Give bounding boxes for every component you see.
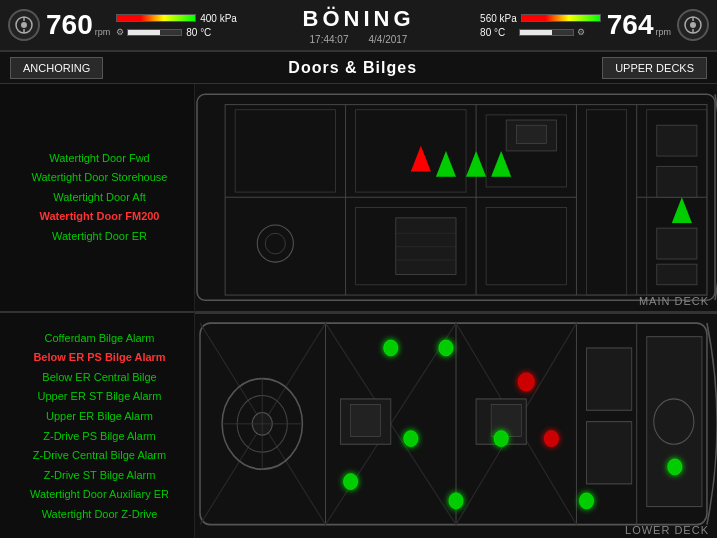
upper-decks-button[interactable]: UPPER DECKS bbox=[602, 57, 707, 79]
left-gauge-block: 400 kPa ⚙ 80 °C bbox=[116, 13, 237, 38]
svg-rect-38 bbox=[657, 264, 697, 285]
main-deck-section: MAIN DECK bbox=[195, 84, 717, 314]
svg-marker-29 bbox=[411, 146, 431, 172]
svg-point-67 bbox=[439, 340, 453, 356]
svg-point-66 bbox=[344, 473, 358, 489]
page-title: Doors & Bilges bbox=[288, 59, 417, 77]
svg-point-7 bbox=[690, 22, 696, 28]
left-rpm-value: 760 bbox=[46, 11, 93, 39]
svg-marker-31 bbox=[466, 151, 486, 177]
bilge-item-9: Watertight Door Z-Drive bbox=[5, 506, 194, 524]
door-item-2: Watertight Door Aft bbox=[5, 189, 194, 207]
svg-marker-30 bbox=[436, 151, 456, 177]
bilge-item-3: Upper ER ST Bilge Alarm bbox=[5, 388, 194, 406]
svg-rect-37 bbox=[657, 228, 697, 259]
left-panel: Watertight Door FwdWatertight Door Store… bbox=[0, 84, 195, 538]
bilge-item-4: Upper ER Bilge Alarm bbox=[5, 408, 194, 426]
center-logo-block: BÖNING 17:44:07 4/4/2017 bbox=[237, 6, 480, 45]
main-content: Watertight Door FwdWatertight Door Store… bbox=[0, 84, 717, 538]
door-item-0: Watertight Door Fwd bbox=[5, 150, 194, 168]
lower-deck-svg bbox=[195, 314, 717, 539]
right-panel: MAIN DECK bbox=[195, 84, 717, 538]
svg-point-70 bbox=[668, 458, 682, 474]
lower-deck-section: LOWER DECK bbox=[195, 314, 717, 539]
top-status-bar: 760 rpm 400 kPa ⚙ 80 °C BÖNING 1 bbox=[0, 0, 717, 52]
time-display: 17:44:07 bbox=[310, 34, 349, 45]
svg-point-64 bbox=[384, 340, 398, 356]
svg-point-27 bbox=[257, 225, 293, 262]
right-engine-icon bbox=[677, 9, 709, 41]
bilge-item-0: Cofferdam Bilge Alarm bbox=[5, 330, 194, 348]
right-gauge-block: 560 kPa 80 °C ⚙ bbox=[480, 13, 601, 38]
svg-rect-16 bbox=[235, 110, 335, 192]
nav-bar: ANCHORING Doors & Bilges UPPER DECKS bbox=[0, 52, 717, 84]
bilge-item-5: Z-Drive PS Bilge Alarm bbox=[5, 428, 194, 446]
svg-rect-57 bbox=[351, 404, 381, 436]
svg-rect-34 bbox=[516, 125, 546, 144]
left-rpm-unit: rpm bbox=[95, 27, 111, 39]
svg-marker-39 bbox=[672, 197, 692, 223]
left-pressure-val: 400 kPa bbox=[200, 13, 237, 24]
right-rpm-value: 764 bbox=[607, 11, 654, 39]
svg-rect-60 bbox=[587, 347, 632, 409]
door-item-4: Watertight Door ER bbox=[5, 228, 194, 246]
bilges-list: Cofferdam Bilge AlarmBelow ER PS Bilge A… bbox=[0, 313, 194, 538]
doors-list: Watertight Door FwdWatertight Door Store… bbox=[0, 84, 194, 313]
svg-rect-20 bbox=[486, 208, 566, 285]
left-engine-icon bbox=[8, 9, 40, 41]
left-temp-val: 80 °C bbox=[186, 27, 221, 38]
right-engine-status: 560 kPa 80 °C ⚙ 764 rpm bbox=[480, 9, 709, 41]
anchoring-button[interactable]: ANCHORING bbox=[10, 57, 103, 79]
svg-point-73 bbox=[579, 492, 593, 508]
svg-point-28 bbox=[265, 233, 285, 254]
bilge-item-7: Z-Drive ST Bilge Alarm bbox=[5, 467, 194, 485]
right-pressure-bar bbox=[521, 14, 601, 22]
right-pressure-val: 560 kPa bbox=[480, 13, 517, 24]
svg-rect-21 bbox=[587, 110, 627, 295]
bilge-item-1: Below ER PS Bilge Alarm bbox=[5, 349, 194, 367]
bilge-item-6: Z-Drive Central Bilge Alarm bbox=[5, 447, 194, 465]
svg-rect-17 bbox=[356, 110, 466, 192]
bilge-item-2: Below ER Central Bilge bbox=[5, 369, 194, 387]
door-item-1: Watertight Door Storehouse bbox=[5, 169, 194, 187]
svg-point-3 bbox=[21, 22, 27, 28]
svg-rect-61 bbox=[587, 421, 632, 483]
svg-rect-23 bbox=[396, 218, 456, 275]
door-item-3: Watertight Door FM200 bbox=[5, 208, 194, 226]
svg-point-68 bbox=[494, 430, 508, 446]
main-deck-label: MAIN DECK bbox=[639, 295, 709, 307]
svg-point-69 bbox=[544, 430, 558, 446]
main-deck-svg bbox=[195, 84, 717, 311]
svg-point-72 bbox=[449, 492, 463, 508]
left-engine-status: 760 rpm 400 kPa ⚙ 80 °C bbox=[8, 9, 237, 41]
bilge-item-8: Watertight Door Auxiliary ER bbox=[5, 486, 194, 504]
svg-rect-35 bbox=[657, 125, 697, 156]
svg-marker-32 bbox=[491, 151, 511, 177]
date-display: 4/4/2017 bbox=[369, 34, 408, 45]
lower-deck-label: LOWER DECK bbox=[625, 524, 709, 536]
svg-point-71 bbox=[518, 372, 534, 390]
center-info: 17:44:07 4/4/2017 bbox=[237, 34, 480, 45]
right-rpm-unit: rpm bbox=[656, 27, 672, 39]
brand-logo: BÖNING bbox=[237, 6, 480, 32]
svg-point-65 bbox=[404, 430, 418, 446]
svg-rect-36 bbox=[657, 166, 697, 197]
svg-rect-59 bbox=[491, 404, 521, 436]
right-temp-val: 80 °C bbox=[480, 27, 515, 38]
left-pressure-bar bbox=[116, 14, 196, 22]
